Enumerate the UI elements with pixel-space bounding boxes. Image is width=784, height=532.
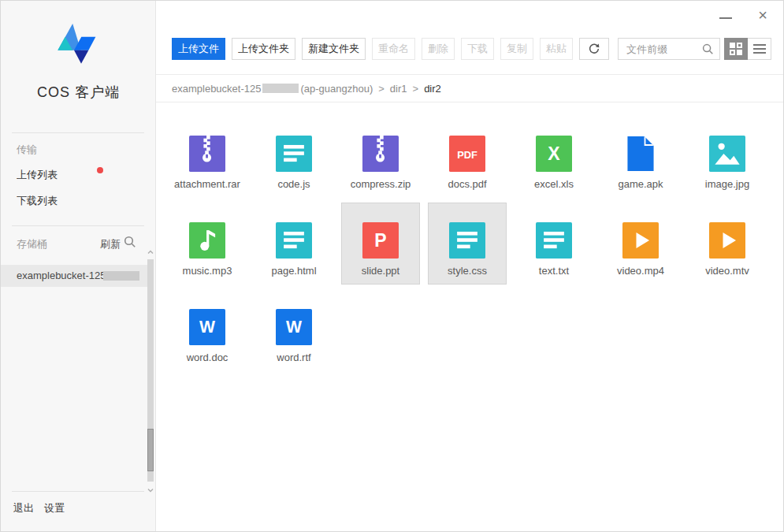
file-name-label: excel.xls [515,178,593,190]
bucket-search-icon[interactable] [124,236,136,248]
image-icon [709,136,745,172]
breadcrumb-separator-icon: > [378,83,385,95]
apk-document-icon [622,136,659,172]
breadcrumb-bucket[interactable]: examplebucket-125 [172,83,261,95]
play-file-icon [622,222,659,259]
breadcrumb-dir2-current[interactable]: dir2 [424,83,441,95]
sidebar-item-download-list[interactable]: 下载列表 [17,194,58,208]
text-lines-icon [276,222,312,259]
file-item[interactable]: video.mtv [688,203,767,285]
bucket-list-item[interactable]: examplebucket-125 [1,265,147,287]
rename-button: 重命名 [372,38,415,60]
new-folder-button[interactable]: 新建文件夹 [302,38,366,60]
file-item[interactable]: game.apk [601,116,680,198]
breadcrumb-dir1[interactable]: dir1 [390,83,407,95]
file-item[interactable]: image.jpg [688,116,767,198]
file-name-label: docs.pdf [428,178,507,190]
file-name-label: code.js [255,178,333,190]
paste-button: 粘贴 [540,38,573,60]
grid-view-button[interactable] [724,38,748,60]
code-file-icon [276,222,312,259]
file-name-label: page.html [255,265,333,277]
copy-button: 复制 [500,38,533,60]
file-item[interactable]: music.mp3 [168,203,247,285]
settings-button[interactable]: 设置 [44,501,65,515]
file-item[interactable]: video.mp4 [601,203,680,285]
search-input[interactable] [619,39,697,59]
archive-icon [189,136,225,172]
file-item[interactable]: W word.doc [168,289,247,371]
refresh-button[interactable] [579,38,609,60]
minimize-button[interactable] [719,17,732,19]
list-view-button[interactable] [748,38,771,60]
file-item[interactable]: code.js [255,116,333,198]
file-item[interactable]: page.html [255,203,333,285]
sidebar-item-upload-list[interactable]: 上传列表 [17,168,58,182]
sidebar-scrollbar[interactable] [147,248,154,494]
file-item[interactable]: X excel.xls [515,116,593,198]
breadcrumb-region: (ap-guangzhou) [300,83,373,95]
upload-file-button[interactable]: 上传文件 [172,38,225,60]
divider [12,491,144,492]
archive-file-icon [189,136,225,172]
pdf-file-icon: PDF [449,136,485,172]
search-box [618,38,720,60]
sidebar-section-buckets: 存储桶 [17,237,47,251]
code-file-icon [536,222,572,259]
file-item[interactable]: style.css [428,203,507,285]
divider [12,132,144,133]
upload-notification-badge [97,167,103,173]
breadcrumb: examplebucket-125 (ap-guangzhou) > dir1 … [156,74,784,102]
word-icon: W [276,309,312,345]
file-name-label: music.mp3 [168,265,247,277]
file-name-label: image.jpg [688,178,767,190]
text-lines-icon [276,136,312,172]
scrollbar-thumb[interactable] [147,429,154,471]
logout-button[interactable]: 退出 [13,501,34,515]
cos-logo-icon [51,21,103,70]
list-view-icon [753,44,766,46]
play-icon [709,222,745,259]
ppt-file-icon: P [362,222,399,259]
file-item[interactable]: text.txt [515,203,593,285]
word-file-icon: W [189,309,225,345]
delete-button: 删除 [422,38,455,60]
file-item[interactable]: attachment.rar [168,116,247,198]
scroll-up-icon[interactable] [147,248,154,256]
text-lines-icon [449,222,485,259]
image-file-icon [709,136,745,172]
file-name-label: text.txt [515,265,593,277]
bucket-refresh-link[interactable]: 刷新 [100,237,121,251]
file-name-label: slide.ppt [342,265,419,277]
bucket-name: examplebucket-125 [17,265,106,287]
refresh-icon [588,43,600,55]
file-item[interactable]: compress.zip [341,116,420,198]
redacted-bucket-suffix [262,84,299,93]
redacted-bucket-suffix [103,271,139,281]
close-button[interactable]: × [758,7,767,23]
svg-text:W: W [199,318,215,336]
scroll-down-icon[interactable] [147,486,154,494]
upload-folder-button[interactable]: 上传文件夹 [232,38,295,60]
file-name-label: video.mtv [688,265,767,277]
file-name-label: word.doc [168,352,247,363]
view-toggle [724,38,771,60]
file-name-label: game.apk [601,178,680,190]
breadcrumb-separator-icon: > [413,83,419,95]
grid-view-icon [730,43,742,55]
sidebar-section-transfer: 传输 [17,143,37,157]
file-item[interactable]: PDF docs.pdf [428,116,507,198]
music-file-icon [189,222,225,259]
file-item[interactable]: W word.rtf [255,289,333,371]
music-note-icon [189,222,225,259]
file-name-label: word.rtf [255,352,333,363]
ppt-icon: P [362,222,399,259]
download-button: 下载 [461,38,494,60]
divider [12,225,144,226]
file-item[interactable]: P slide.ppt [341,203,420,285]
pdf-icon: PDF [449,136,485,172]
play-icon [622,222,659,259]
excel-icon: X [536,136,572,172]
cos-client-window: COS 客户端 传输 上传列表 下载列表 存储桶 刷新 examplebucke… [0,0,784,532]
search-icon [702,43,714,55]
